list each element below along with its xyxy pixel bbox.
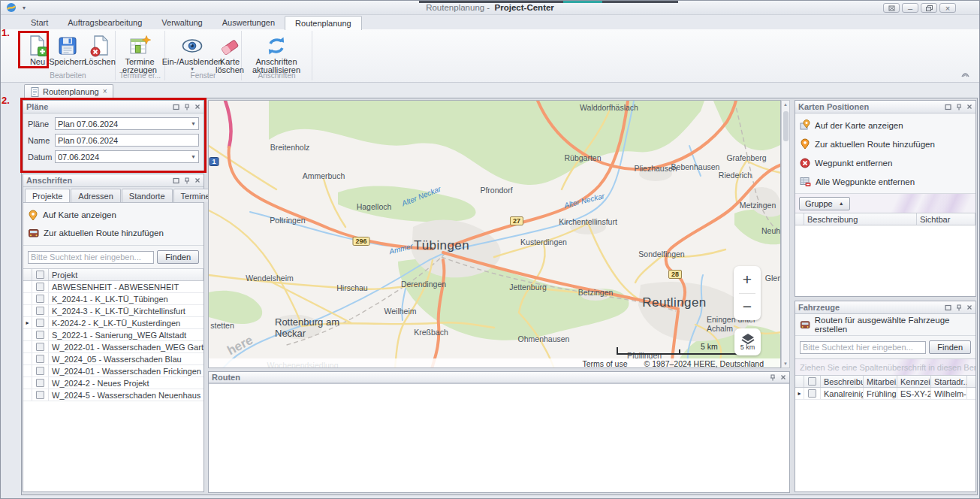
pin-icon[interactable] [956,304,962,311]
auf-karte-anzeigen-action[interactable]: Auf Karte anzeigen [28,206,199,224]
plan-combobox[interactable]: Plan 07.06.2024▼ [55,117,199,130]
maximize-icon[interactable] [945,304,951,311]
projekt-column-header[interactable]: Projekt [49,269,204,280]
scroll-up-icon[interactable]: ▲ [783,101,788,108]
row-checkbox[interactable] [36,391,44,399]
mitarbeiter-column-header[interactable]: Mitarbei... [864,376,897,387]
document-tab-close-icon[interactable]: × [103,88,107,95]
pin-icon[interactable] [770,374,776,381]
table-row[interactable]: ABWESENHEIT - ABWESENHEIT [23,281,204,293]
close-panel-icon[interactable] [194,104,201,110]
maximize-icon[interactable] [945,104,951,110]
beschreibung-column-header[interactable]: Beschreibung [804,213,917,225]
kp-grid-header[interactable]: Beschreibung Sichtbar [795,213,975,225]
close-panel-icon[interactable] [966,304,972,310]
table-row[interactable]: W_2024_05 - Wasserschaden Blau [23,353,204,365]
projekte-search-input[interactable] [28,251,154,264]
sichtbar-column-header[interactable]: Sichtbar [917,213,975,225]
table-row[interactable]: S_2022-1 - Sanierung_WEG Altstadt [23,329,204,341]
table-row[interactable]: K_2024-3 - K_LK-TÜ_Kirchtellinsfurt [23,305,204,317]
tab-standorte[interactable]: Standorte [122,189,173,202]
kennzeichen-column-header[interactable]: Kennzei... [897,376,931,387]
group-by-area[interactable]: Gruppe ▲ [795,193,975,213]
row-checkbox[interactable] [36,283,44,291]
close-panel-icon[interactable] [966,104,972,110]
table-row[interactable]: K_2024-1 - K_LK-TÜ_Tübingen [23,293,204,305]
map-scrollbar[interactable]: ▲ ▼ [781,100,790,368]
beschreibung-column-header[interactable]: Beschreibu... [821,376,864,387]
speichern-button[interactable]: Speichern [50,32,85,66]
terms-of-use-link[interactable]: Terms of use [582,359,627,368]
row-checkbox[interactable] [36,331,44,339]
app-icon[interactable] [6,2,17,13]
zur-route-hinzufuegen-action[interactable]: Zur aktuellen Route hinzufügen [28,224,199,242]
neu-button[interactable]: Neu [25,32,50,66]
loeschen-button[interactable]: Löschen [85,32,115,66]
wegpunkt-entfernen-action[interactable]: Wegpunkt entfernen [800,153,971,172]
karten-positionen-header[interactable]: Karten Positionen [795,101,975,113]
close-button[interactable]: × [939,3,956,13]
routen-panel-header[interactable]: Routen [209,372,789,383]
scrollbar-thumb[interactable] [783,111,789,141]
close-panel-icon[interactable] [194,177,201,183]
group-by-drop-area[interactable]: Ziehen Sie eine Spaltenüberschrift in di… [795,359,975,376]
tab-auftragsbearbeitung[interactable]: Auftragsbearbeitung [58,16,152,30]
maximize-icon[interactable] [173,177,179,184]
scroll-down-icon[interactable]: ▼ [783,360,788,367]
table-row[interactable]: W_2024-5 - Wasserschaden Neuenhaus [23,389,204,401]
table-row[interactable]: ▸K-2024-2 - K_LK-TÜ_Kusterdingen [23,317,204,329]
auf-der-karte-anzeigen-action[interactable]: Auf der Karte anzeigen [800,116,971,135]
startadresse-column-header[interactable]: Startadr... [931,376,967,387]
alle-wegpunkte-entfernen-action[interactable]: Alle Wegpunkte entfernen [800,172,971,191]
fullscreen-button[interactable] [883,3,900,13]
row-checkbox[interactable] [36,367,44,375]
table-row[interactable]: W_2022-01 - Wasserschaden_WEG Gartenstr-… [23,341,204,353]
row-checkbox[interactable] [36,319,44,327]
fahrzeuge-search-input[interactable] [800,341,926,354]
table-row[interactable]: W_2024-01 - Wasserschaden Frickingen [23,365,204,377]
map-layers-button[interactable]: 5 km [734,328,761,355]
tab-verwaltung[interactable]: Verwaltung [152,16,212,30]
plaene-panel-header[interactable]: Pläne [23,101,204,113]
ein-ausblenden-button[interactable]: Ein-/Ausblenden ▾ [169,32,216,71]
tab-projekte[interactable]: Projekte [25,189,70,202]
tab-routenplanung[interactable]: Routenplanung [285,16,362,30]
row-checkbox[interactable] [36,295,44,303]
pin-icon[interactable] [956,104,962,110]
restore-button[interactable] [921,3,937,13]
pin-icon[interactable] [184,104,190,110]
karte-loeschen-button[interactable]: Karte löschen [216,32,244,74]
map-view[interactable]: WalddorfhäslachBreitenholzRübgartenGrafe… [208,100,781,368]
termine-erzeugen-button[interactable]: Termine erzeugen [119,32,160,74]
tab-adressen[interactable]: Adressen [71,189,120,202]
row-checkbox[interactable] [36,343,44,351]
projekte-finden-button[interactable]: Finden [157,250,199,264]
routen-erstellen-action[interactable]: Routen für ausgewählte Fahrzeuge erstell… [800,316,971,334]
datum-datepicker[interactable]: 07.06.2024▼ [55,150,199,163]
zoom-out-button[interactable]: − [734,294,761,321]
select-all-checkbox[interactable] [36,271,44,279]
fahrzeuge-row[interactable]: ▸ Kanalreinig... Frühling... ES-XY-2... … [795,388,975,400]
fahrzeuge-header[interactable]: Fahrzeuge [795,301,975,314]
name-input[interactable] [55,134,199,147]
anschriften-panel-header[interactable]: Anschriften [23,174,204,187]
row-checkbox[interactable] [36,355,44,363]
maximize-icon[interactable] [173,104,179,110]
fahrzeuge-finden-button[interactable]: Finden [929,340,971,354]
fahrzeuge-grid-header[interactable]: Beschreibu... Mitarbei... Kennzei... Sta… [795,376,975,388]
row-checkbox[interactable] [36,379,44,387]
table-row[interactable]: W_2024-2 - Neues Projekt [23,377,204,389]
projekte-grid-header[interactable]: Projekt [23,269,204,281]
close-panel-icon[interactable] [780,374,786,380]
quick-access-caret-icon[interactable]: ▾ [23,5,26,11]
gruppe-button[interactable]: Gruppe ▲ [799,197,850,210]
tab-auswertungen[interactable]: Auswertungen [213,16,285,30]
row-checkbox[interactable] [36,307,44,315]
tab-start[interactable]: Start [21,16,58,30]
anschriften-aktualisieren-button[interactable]: Anschriften aktuallisieren [246,32,307,74]
collapse-ribbon-icon[interactable] [961,70,969,79]
pin-icon[interactable] [184,177,190,184]
row-checkbox[interactable] [808,389,816,398]
kp-zur-route-hinzufuegen-action[interactable]: Zur aktuellen Route hinzufügen [800,135,971,153]
minimize-button[interactable]: – [902,3,918,13]
